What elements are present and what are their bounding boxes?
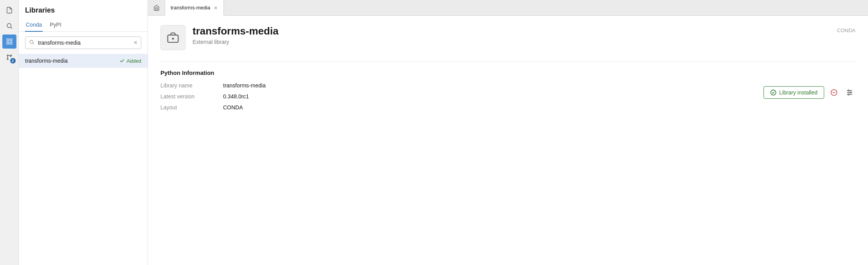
info-row-version: Latest version 0.348.0rc1	[160, 93, 855, 100]
info-row-name: Library name transforms-media	[160, 82, 855, 89]
label-layout: Layout	[160, 104, 223, 111]
svg-rect-5	[10, 42, 12, 44]
package-subtitle: External library	[193, 39, 837, 45]
label-library-name: Library name	[160, 82, 223, 89]
icon-sidebar: 2	[0, 0, 19, 265]
libraries-tabs: Conda PyPI	[19, 19, 148, 32]
python-info-section: Python Information Library name transfor…	[160, 61, 855, 111]
settings-button[interactable]	[844, 87, 855, 98]
search-icon-left	[29, 40, 34, 46]
svg-point-0	[7, 24, 11, 28]
main-content: transforms-media × transforms-media Ext	[148, 0, 868, 265]
svg-line-1	[11, 27, 12, 28]
libraries-panel: Libraries Conda PyPI × transforms-media …	[19, 0, 148, 265]
settings-icon	[846, 89, 854, 96]
svg-rect-4	[7, 42, 9, 44]
actions-row: Library installed	[764, 86, 855, 99]
libraries-title: Libraries	[19, 0, 148, 15]
sidebar-search-icon[interactable]	[2, 19, 16, 33]
info-row-layout: Layout CONDA	[160, 104, 855, 111]
package-name: transforms-media	[193, 25, 837, 37]
installed-label: Library installed	[779, 89, 818, 96]
svg-rect-2	[7, 39, 9, 41]
search-container: ×	[19, 32, 148, 54]
python-info-title: Python Information	[160, 69, 855, 76]
package-type-label: CONDA	[837, 25, 855, 33]
svg-point-6	[7, 55, 8, 56]
svg-point-9	[30, 40, 33, 44]
detail-content: transforms-media External library CONDA …	[148, 16, 868, 265]
package-icon	[160, 25, 185, 50]
tab-close-button[interactable]: ×	[213, 4, 218, 11]
svg-point-22	[848, 94, 849, 95]
tab-label: transforms-media	[171, 5, 210, 11]
package-title-area: transforms-media External library	[193, 25, 837, 45]
git-badge: 2	[10, 58, 16, 64]
installed-check-icon	[770, 89, 776, 96]
tab-pypi[interactable]: PyPI	[49, 19, 62, 32]
remove-button[interactable]	[828, 87, 840, 98]
tab-conda[interactable]: Conda	[25, 19, 43, 32]
svg-point-7	[11, 55, 12, 56]
check-icon	[119, 58, 125, 64]
value-layout: CONDA	[223, 104, 243, 111]
tab-transforms-media[interactable]: transforms-media ×	[165, 0, 224, 16]
search-input[interactable]	[25, 36, 141, 49]
detail-wrapper: transforms-media External library CONDA …	[148, 16, 868, 265]
tab-bar: transforms-media ×	[148, 0, 868, 16]
label-latest-version: Latest version	[160, 93, 223, 100]
added-badge: Added	[119, 58, 141, 64]
package-header: transforms-media External library CONDA	[160, 25, 855, 50]
value-library-name: transforms-media	[223, 82, 266, 89]
sidebar-git-icon[interactable]: 2	[2, 50, 16, 64]
svg-point-20	[848, 90, 849, 91]
library-list: transforms-media Added	[19, 54, 148, 265]
library-installed-button[interactable]: Library installed	[764, 86, 824, 99]
home-tab[interactable]	[148, 0, 165, 16]
svg-point-8	[7, 58, 8, 60]
value-latest-version: 0.348.0rc1	[223, 93, 249, 100]
library-item-name: transforms-media	[25, 58, 68, 64]
remove-icon	[830, 89, 838, 96]
sidebar-file-icon[interactable]	[2, 3, 16, 17]
svg-rect-3	[10, 39, 12, 41]
list-item[interactable]: transforms-media Added	[19, 54, 148, 68]
search-clear-button[interactable]: ×	[134, 40, 137, 46]
svg-line-10	[33, 43, 34, 44]
svg-point-21	[850, 92, 851, 93]
added-label: Added	[126, 58, 141, 64]
sidebar-libraries-icon[interactable]	[2, 34, 16, 49]
